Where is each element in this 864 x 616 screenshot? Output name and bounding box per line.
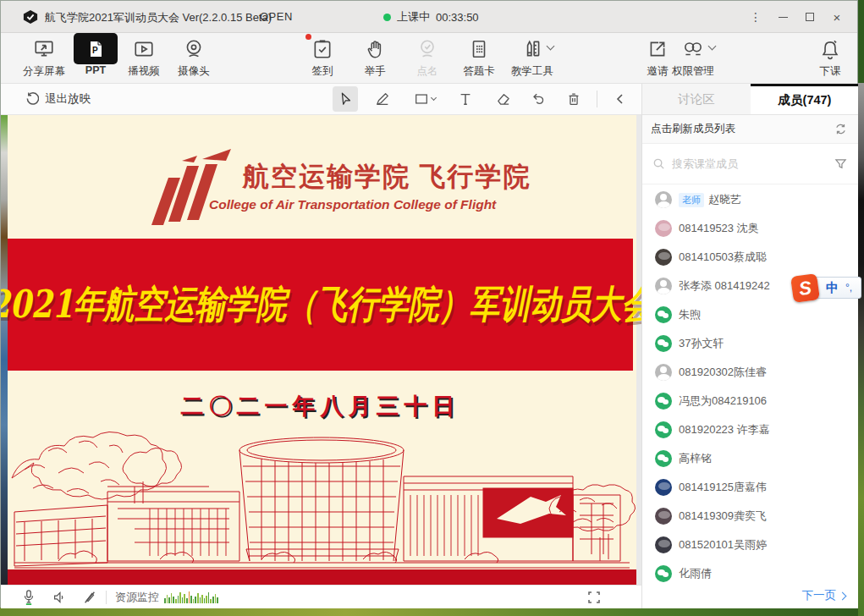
member-name: 081920223 许李嘉 (679, 422, 770, 437)
search-input[interactable] (672, 157, 834, 170)
answer-card-button[interactable]: 答题卡 (452, 36, 506, 82)
member-row[interactable]: 081419523 沈奥 (642, 214, 859, 243)
slide-date: 二〇二一年八月三十日 (8, 391, 633, 421)
avatar (655, 191, 672, 208)
eraser-tool[interactable] (490, 86, 515, 112)
member-name: 081920302陈佳睿 (679, 365, 767, 380)
teaching-tools-icon (520, 36, 545, 62)
pen-disabled-icon (82, 590, 97, 605)
member-row[interactable]: 老师 赵晓艺 (642, 185, 859, 214)
share-screen-icon (31, 36, 57, 62)
avatar (655, 220, 672, 237)
rectangle-icon (414, 91, 429, 107)
svg-text:P: P (92, 46, 98, 55)
pointer-icon (338, 91, 353, 107)
member-name: 081410503蔡成聪 (679, 250, 767, 265)
close-button[interactable]: × (823, 1, 850, 33)
sign-in-icon (310, 36, 335, 62)
chevron-down-icon (431, 94, 437, 100)
member-row[interactable]: 37孙文轩 (642, 329, 859, 358)
annotation-toggle-button[interactable] (77, 588, 102, 607)
play-video-button[interactable]: 播视频 (117, 36, 171, 82)
clear-tool[interactable] (561, 86, 586, 112)
avatar (655, 536, 672, 553)
avatar (655, 565, 672, 582)
prev-slide-button[interactable] (608, 86, 633, 112)
member-row[interactable]: 081410503蔡成聪 (642, 243, 859, 272)
member-name: 高梓铭 (679, 451, 712, 466)
ime-logo-icon[interactable]: S (790, 272, 820, 302)
ppt-toolbar: 退出放映 (1, 84, 641, 115)
avatar (655, 306, 672, 323)
ime-punctuation-indicator[interactable]: °, (845, 282, 852, 294)
college-name-cn: 航空运输学院 飞行学院 (243, 159, 531, 195)
notification-dot (305, 34, 311, 40)
permissions-button[interactable]: 权限管理 (666, 36, 720, 82)
filter-icon[interactable] (834, 157, 847, 170)
pencil-tool[interactable] (370, 86, 395, 112)
slide: 航空运输学院 飞行学院 College of Air Transportatio… (8, 115, 636, 585)
member-row[interactable]: 081920223 许李嘉 (642, 415, 859, 444)
raise-hand-button[interactable]: 举手 (348, 36, 402, 82)
fullscreen-button[interactable] (587, 591, 601, 604)
ppt-button[interactable]: P PPT (69, 36, 123, 82)
desktop-sliver-left (1, 115, 8, 585)
ime-status-bar: 中 °, (813, 277, 861, 299)
pointer-tool[interactable] (333, 86, 358, 112)
chevron-down-icon (708, 42, 717, 51)
slide-title: 2021年航空运输学院（飞行学院）军训动员大会 (1, 278, 641, 330)
chevron-right-icon (839, 591, 847, 600)
app-logo-icon (23, 9, 38, 25)
annotation-tools (333, 86, 667, 112)
shape-tool[interactable] (407, 86, 443, 112)
text-tool[interactable] (453, 86, 478, 112)
roll-call-icon (415, 36, 440, 62)
member-row[interactable]: 化雨倩 (642, 559, 859, 588)
exit-playback-button[interactable]: 退出放映 (25, 91, 91, 107)
camera-button[interactable]: 摄像头 (167, 36, 221, 82)
campus-building-illustration (8, 427, 636, 585)
sign-in-button[interactable]: 签到 (295, 36, 349, 82)
ime-language-indicator[interactable]: 中 (826, 280, 839, 296)
microphone-button[interactable] (16, 588, 41, 607)
raise-hand-icon (362, 36, 388, 62)
chevron-left-icon (614, 93, 626, 105)
speaker-icon (52, 590, 67, 605)
divider (106, 591, 107, 604)
member-row[interactable]: 081419309龚奕飞 (642, 502, 859, 531)
text-icon (458, 91, 473, 107)
undo-tool[interactable] (526, 86, 551, 112)
end-class-button[interactable]: 下课 (803, 36, 857, 82)
member-row[interactable]: 朱煦 (642, 300, 859, 329)
sidebar: 讨论区 成员(747) 点击刷新成员列表 老师 赵晓艺 08141952 (641, 84, 859, 608)
menu-kebab-icon[interactable]: ⋮ (742, 1, 769, 33)
refresh-members-button[interactable]: 点击刷新成员列表 (642, 115, 859, 144)
member-row[interactable]: 081920302陈佳睿 (642, 358, 859, 387)
member-name: 冯思为084219106 (679, 393, 767, 409)
member-row[interactable]: 081520101吴雨婷 (642, 531, 859, 559)
minimize-button[interactable] (769, 1, 796, 33)
member-name: 081419125唐嘉伟 (679, 480, 767, 495)
member-row[interactable]: 高梓铭 (642, 444, 859, 473)
status-text: 上课中 (397, 9, 430, 25)
desktop-sliver-right (858, 83, 864, 616)
avatar (655, 393, 672, 410)
tab-discussion[interactable]: 讨论区 (642, 84, 751, 114)
main-toolbar: 分享屏幕 P PPT 播视频 (1, 33, 857, 84)
member-row[interactable]: 冯思为084219106 (642, 387, 859, 415)
avatar (655, 450, 672, 467)
member-name: 朱煦 (679, 307, 701, 322)
avatar (655, 335, 672, 352)
tab-members[interactable]: 成员(747) (751, 84, 859, 114)
member-row[interactable]: 081419125唐嘉伟 (642, 473, 859, 502)
fullscreen-icon (587, 591, 601, 604)
share-screen-button[interactable]: 分享屏幕 (17, 36, 71, 82)
roll-call-button[interactable]: 点名 (400, 36, 454, 82)
title-bar: 航飞学院2021军训动员大会 Ver(2.2.0.15 Beta) OPEN 上… (1, 1, 857, 33)
teaching-tools-button[interactable]: 教学工具 (505, 36, 559, 82)
speaker-button[interactable] (47, 588, 72, 607)
permissions-icon (680, 36, 706, 62)
chevron-down-icon (547, 42, 555, 51)
next-page-button[interactable]: 下一页 (802, 588, 846, 603)
maximize-button[interactable] (796, 1, 823, 33)
